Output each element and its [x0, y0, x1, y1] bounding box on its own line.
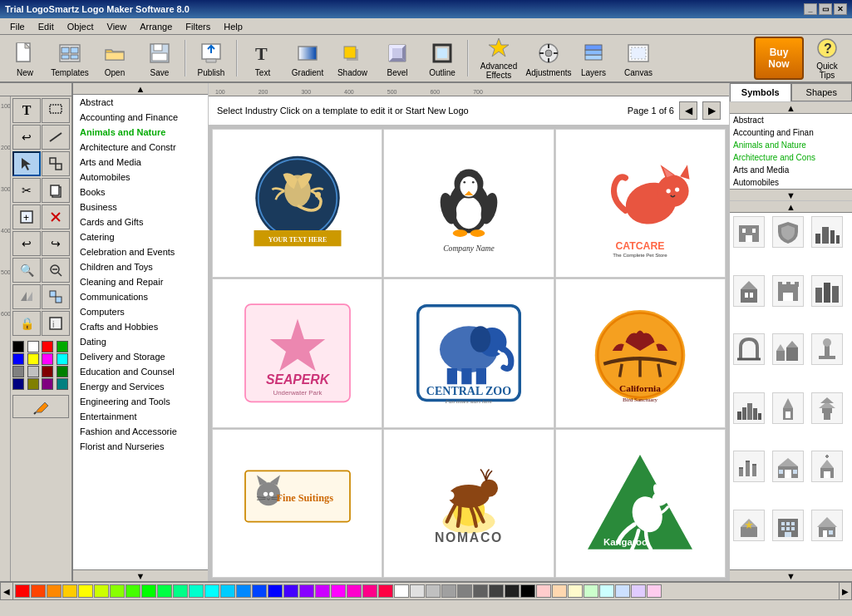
color-swatch-6[interactable] [110, 584, 125, 598]
publish-button[interactable]: Publish [190, 37, 233, 80]
next-page-button[interactable]: ▶ [702, 101, 721, 120]
category-item[interactable]: Fashion and Accessorie [73, 424, 208, 439]
color-swatch-28[interactable] [457, 584, 472, 598]
template-7[interactable]: Fine Suitings [212, 429, 382, 578]
color-swatch-17[interactable] [283, 584, 298, 598]
category-item[interactable]: Crafts and Hobbies [73, 319, 208, 334]
template-6[interactable]: California Bird Sanctuary [555, 278, 726, 427]
info-tool[interactable]: i [42, 311, 70, 336]
category-item[interactable]: Delivery and Storage [73, 349, 208, 364]
new-button[interactable]: New [3, 37, 47, 80]
color-swatch-37[interactable] [599, 584, 614, 598]
color-swatch-34[interactable] [552, 584, 567, 598]
swatch-teal[interactable] [57, 378, 68, 390]
symbol-building1[interactable] [733, 216, 765, 248]
swatch-maroon[interactable] [42, 366, 53, 377]
color-swatch-24[interactable] [394, 584, 409, 598]
color-swatch-40[interactable] [647, 584, 662, 598]
color-swatch-39[interactable] [631, 584, 646, 598]
category-item[interactable]: Books [73, 185, 208, 200]
swatch-yellow[interactable] [27, 353, 39, 365]
color-swatch-33[interactable] [536, 584, 551, 598]
swatch-blue[interactable] [12, 353, 24, 365]
close-btn[interactable]: ✕ [834, 3, 847, 15]
category-item[interactable]: Dating [73, 334, 208, 349]
color-scroll-left[interactable]: ◀ [0, 582, 13, 600]
undo2-tool[interactable]: ↩ [12, 231, 41, 256]
gradient-button[interactable]: Gradient [286, 37, 329, 80]
paint-tool[interactable] [12, 395, 69, 418]
text-tool[interactable]: T [12, 98, 41, 123]
canvas-button[interactable]: Canvas [617, 37, 660, 80]
category-item[interactable]: Accounting and Finance [73, 110, 208, 125]
adjustments-button[interactable]: Adjustments [527, 37, 570, 80]
swatch-black[interactable] [12, 341, 24, 352]
bevel-button[interactable]: Bevel [376, 37, 419, 80]
swatch-green[interactable] [57, 341, 68, 352]
category-item[interactable]: Energy and Services [73, 379, 208, 394]
template-5[interactable]: CENTRAL ZOO Fun times start here [383, 278, 554, 427]
color-swatch-11[interactable] [189, 584, 204, 598]
buy-now-button[interactable]: Buy Now [754, 37, 804, 80]
color-swatch-9[interactable] [157, 584, 172, 598]
category-item[interactable]: Abstract [73, 95, 208, 110]
symbol-manor[interactable] [772, 451, 804, 482]
symbol-landmark[interactable] [811, 333, 843, 365]
color-swatch-27[interactable] [441, 584, 456, 598]
category-item[interactable]: Cleaning and Repair [73, 274, 208, 289]
category-item[interactable]: Cards and Gifts [73, 214, 208, 229]
undo-tool[interactable]: ↩ [12, 125, 41, 150]
line-tool[interactable] [42, 125, 70, 150]
pointer-tool[interactable] [12, 151, 41, 176]
category-item[interactable]: Florist and Nurseries [73, 439, 208, 454]
category-item[interactable]: Arts and Media [73, 155, 208, 170]
template-9[interactable]: Kangaroo [555, 429, 726, 578]
swatch-navy[interactable] [12, 378, 24, 390]
swatch-cyan[interactable] [57, 353, 68, 365]
symbol-house-star[interactable] [733, 510, 765, 541]
right-category-item[interactable]: Architecture and Cons [730, 151, 852, 164]
symbol-building-large[interactable] [772, 510, 804, 541]
symbol-arch[interactable] [733, 333, 765, 365]
right-category-item[interactable]: Automobiles [730, 176, 852, 189]
templates-button[interactable]: Templates [48, 37, 91, 80]
color-swatch-22[interactable] [362, 584, 377, 598]
open-button[interactable]: Open [93, 37, 136, 80]
symbol-house2[interactable] [811, 510, 843, 541]
color-swatch-3[interactable] [62, 584, 77, 598]
category-item[interactable]: Entertainment [73, 409, 208, 424]
category-item[interactable]: Animals and Nature [73, 125, 208, 140]
color-swatch-1[interactable] [31, 584, 46, 598]
start-new-logo-link[interactable]: Start New Logo [406, 106, 469, 116]
color-swatch-31[interactable] [505, 584, 520, 598]
color-swatch-5[interactable] [94, 584, 109, 598]
color-swatch-35[interactable] [568, 584, 583, 598]
shadow-button[interactable]: Shadow [331, 37, 374, 80]
color-swatch-29[interactable] [473, 584, 488, 598]
color-swatch-10[interactable] [173, 584, 188, 598]
swatch-dkgreen[interactable] [57, 366, 68, 377]
symbol-building2[interactable] [733, 275, 765, 307]
template-8[interactable]: NOMACO [383, 429, 554, 578]
color-swatch-16[interactable] [268, 584, 283, 598]
select-tool[interactable] [42, 98, 70, 123]
symbols-scroll-up[interactable]: ▲ [730, 201, 852, 213]
color-swatch-7[interactable] [126, 584, 140, 598]
symbol-ruins[interactable] [733, 451, 765, 482]
category-item[interactable]: Architecture and Constr [73, 140, 208, 155]
category-item[interactable]: Celebration and Events [73, 244, 208, 259]
tab-shapes[interactable]: Shapes [791, 83, 853, 101]
color-swatch-20[interactable] [331, 584, 346, 598]
category-item[interactable]: Communications [73, 289, 208, 304]
color-swatch-13[interactable] [220, 584, 235, 598]
color-swatch-23[interactable] [378, 584, 393, 598]
swatch-gray[interactable] [12, 366, 24, 377]
symbol-houses[interactable] [772, 333, 804, 365]
zoom-in-tool[interactable]: 🔍 [12, 258, 41, 283]
category-item[interactable]: Catering [73, 229, 208, 244]
text-button[interactable]: T Text [241, 37, 284, 80]
right-category-item[interactable]: Animals and Nature [730, 139, 852, 151]
color-swatch-26[interactable] [426, 584, 441, 598]
save-button[interactable]: Save [138, 37, 181, 80]
symbol-steeple[interactable] [772, 392, 804, 424]
